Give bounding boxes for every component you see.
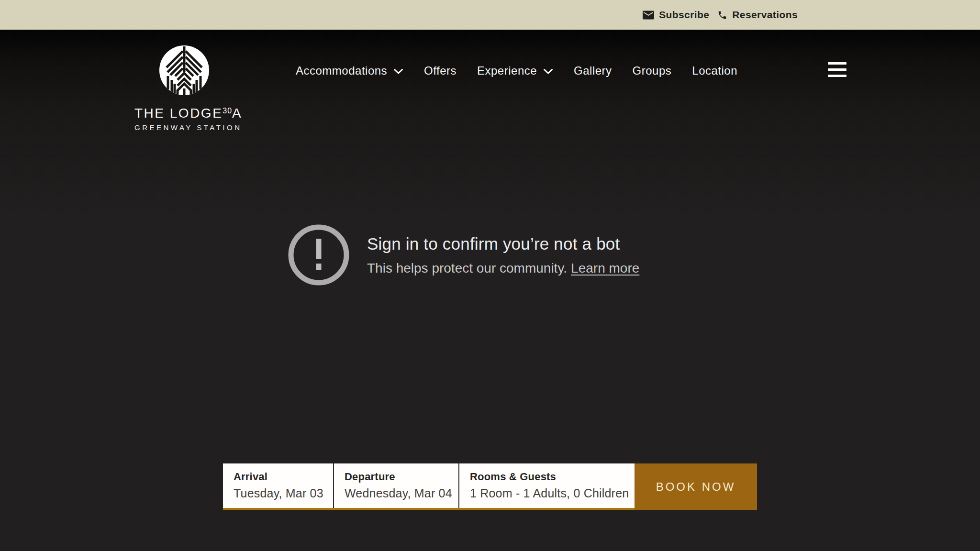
hamburger-bar	[828, 68, 846, 71]
nav-item-label: Experience	[477, 64, 537, 77]
rooms-guests-label: Rooms & Guests	[470, 471, 630, 483]
nav-item-location[interactable]: Location	[692, 64, 737, 77]
notice-body: This helps protect our community.Learn m…	[367, 261, 639, 276]
nav-item-label: Offers	[424, 64, 457, 77]
nav-item-label: Gallery	[574, 64, 612, 77]
reservations-link[interactable]: Reservations	[717, 9, 798, 21]
departure-date-field[interactable]: Departure Wednesday, Mar 04	[333, 463, 458, 508]
notice-body-text: This helps protect our community.	[367, 261, 567, 276]
chevron-down-icon	[393, 67, 403, 75]
brand-name: THE LODGE30A	[134, 106, 234, 121]
arrival-date-field[interactable]: Arrival Tuesday, Mar 03	[223, 463, 333, 508]
envelope-icon	[643, 11, 654, 20]
hamburger-bar	[828, 62, 846, 65]
arrival-label: Arrival	[234, 471, 328, 483]
booking-bar: Arrival Tuesday, Mar 03 Departure Wednes…	[223, 463, 757, 510]
nav-item-label: Location	[692, 64, 737, 77]
nav-item-label: Accommodations	[296, 64, 387, 77]
site-logo[interactable]: THE LODGE30A GREENWAY STATION	[134, 45, 234, 132]
nav-item-gallery[interactable]: Gallery	[574, 64, 612, 77]
subscribe-link[interactable]: Subscribe	[643, 9, 709, 21]
booking-fields: Arrival Tuesday, Mar 03 Departure Wednes…	[223, 463, 635, 508]
notice-text-block: Sign in to confirm you’re not a bot This…	[367, 234, 639, 276]
arrival-value: Tuesday, Mar 03	[234, 486, 328, 500]
learn-more-link[interactable]: Learn more	[571, 261, 639, 276]
rooms-guests-field[interactable]: Rooms & Guests 1 Room - 1 Adults, 0 Chil…	[458, 463, 635, 508]
primary-nav: Accommodations Offers Experience Gallery…	[296, 55, 737, 87]
departure-label: Departure	[345, 471, 454, 483]
reservations-label: Reservations	[732, 9, 798, 21]
nav-item-label: Groups	[633, 64, 672, 77]
brand-subtitle: GREENWAY STATION	[134, 123, 234, 132]
hamburger-bar	[828, 75, 846, 77]
rooms-guests-value: 1 Room - 1 Adults, 0 Children	[470, 486, 630, 500]
phone-icon	[717, 10, 727, 20]
notice-title: Sign in to confirm you’re not a bot	[367, 234, 639, 253]
nav-item-accommodations[interactable]: Accommodations	[296, 64, 403, 77]
tree-circle-logo-icon	[134, 45, 234, 95]
nav-item-experience[interactable]: Experience	[477, 64, 553, 77]
nav-item-groups[interactable]: Groups	[633, 64, 672, 77]
topbar-links: Subscribe Reservations	[643, 0, 798, 30]
nav-item-offers[interactable]: Offers	[424, 64, 457, 77]
exclamation-circle-icon	[288, 224, 350, 286]
departure-value: Wednesday, Mar 04	[345, 486, 454, 500]
brand-superscript: 30	[223, 107, 232, 115]
subscribe-label: Subscribe	[659, 9, 709, 21]
top-utility-bar: Subscribe Reservations	[0, 0, 980, 30]
book-now-button[interactable]: BOOK NOW	[635, 463, 757, 510]
hamburger-icon[interactable]	[828, 62, 846, 77]
chevron-down-icon	[543, 67, 553, 75]
bot-check-notice: Sign in to confirm you’re not a bot This…	[288, 224, 639, 286]
